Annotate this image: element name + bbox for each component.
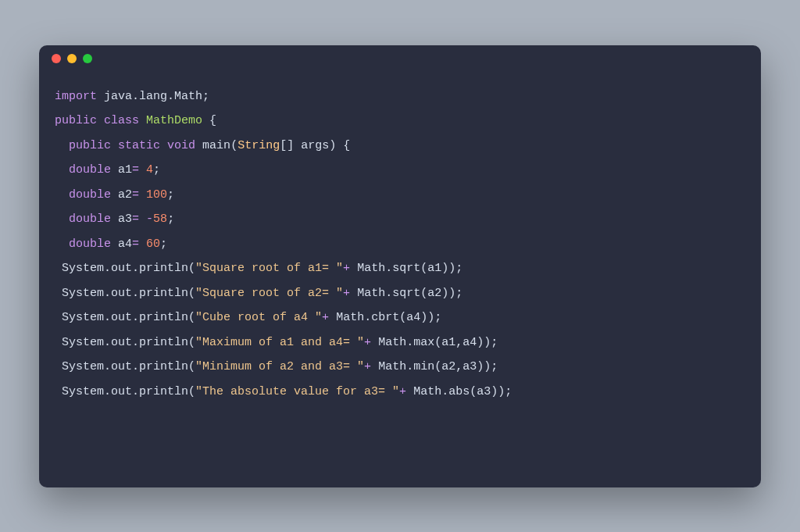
open-paren: ( [434,360,441,373]
math-call: Math.cbrt [336,311,399,324]
semicolon: ; [491,336,498,349]
open-paren: ( [188,336,195,349]
line-10: System.out.println("Cube root of a4 "+ M… [55,311,441,324]
brackets: [] [280,139,294,152]
comma: , [455,360,462,373]
keyword-void: void [167,139,195,152]
line-11: System.out.println("Maximum of a1 and a4… [55,336,498,349]
class-name: MathDemo [146,114,202,127]
close-paren: ) [441,262,448,275]
semicolon: ; [455,262,462,275]
number: 58 [153,212,167,226]
system-out-println: System.out.println [62,262,188,275]
arg: a1 [441,336,455,349]
minimize-icon[interactable] [67,54,77,63]
line-12: System.out.println("Minimum of a2 and a3… [55,360,498,373]
close-paren: ) [477,360,484,373]
string-literal: "Square root of a1= " [195,262,343,275]
close-paren: ) [484,336,491,349]
close-paren: ) [427,311,434,324]
keyword-public: public [55,114,97,127]
arg: a2 [441,360,455,373]
assign-op: = [132,212,139,226]
open-paren: ( [420,262,427,275]
system-out-println: System.out.println [62,336,188,349]
close-paren: ) [448,262,455,275]
semicolon: ; [505,385,512,398]
number: 4 [146,163,153,177]
open-paren: ( [188,287,195,300]
arg: a2 [427,287,441,300]
line-5: double a2= 100; [55,188,174,202]
open-paren: ( [399,311,406,324]
negative-op: - [146,212,153,226]
keyword-public: public [69,139,111,152]
semicolon: ; [491,360,498,373]
plus-op: + [364,336,371,349]
open-brace: { [209,114,216,127]
line-6: double a3= -58; [55,212,174,226]
semicolon: ; [167,212,174,226]
math-call: Math.min [378,360,434,373]
semicolon: ; [153,163,160,177]
plus-op: + [343,287,350,300]
semicolon: ; [160,237,167,251]
arg: a3 [462,360,477,373]
line-9: System.out.println("Square root of a2= "… [55,287,462,300]
open-paren: ( [188,311,195,324]
system-out-println: System.out.println [62,311,188,324]
code-window: import java.lang.Math; public class Math… [39,45,761,487]
string-literal: "Cube root of a4 " [195,311,322,324]
comma: , [455,336,462,349]
type-string: String [238,139,280,152]
code-block: import java.lang.Math; public class Math… [39,72,761,487]
close-paren: ) [448,287,455,300]
keyword-class: class [104,114,139,127]
keyword-double: double [69,163,111,177]
assign-op: = [132,237,139,251]
maximize-icon[interactable] [83,54,92,63]
open-paren: ( [230,139,238,152]
open-paren: ( [470,385,477,398]
close-paren: ) [484,360,491,373]
number: 100 [146,188,167,202]
plus-op: + [343,262,350,275]
system-out-println: System.out.println [62,287,188,300]
open-paren: ( [420,287,427,300]
math-call: Math.sqrt [357,287,420,300]
string-literal: "The absolute value for a3= " [195,385,399,398]
plus-op: + [399,385,406,398]
keyword-static: static [118,139,160,152]
var-a3: a3 [118,212,132,226]
close-icon[interactable] [52,54,61,63]
close-paren: ) [329,139,336,152]
keyword-double: double [69,188,111,202]
param-args: args [301,139,329,152]
math-call: Math.sqrt [357,262,420,275]
plus-op: + [364,360,371,373]
math-call: Math.abs [413,385,470,398]
method-main: main [202,139,230,152]
keyword-double: double [69,212,111,226]
string-literal: "Maximum of a1 and a4= " [195,336,364,349]
line-2: public class MathDemo { [55,114,216,127]
arg: a4 [462,336,477,349]
window-titlebar [39,45,761,72]
close-paren: ) [420,311,427,324]
open-paren: ( [434,336,441,349]
semicolon: ; [434,311,441,324]
plus-op: + [322,311,329,324]
open-paren: ( [188,360,195,373]
line-7: double a4= 60; [55,237,167,251]
line-8: System.out.println("Square root of a1= "… [55,262,462,275]
var-a1: a1 [118,163,132,177]
open-paren: ( [188,385,195,398]
arg: a1 [427,262,441,275]
line-1: import java.lang.Math; [55,90,209,103]
assign-op: = [132,163,139,177]
keyword-import: import [55,90,97,103]
line-3: public static void main(String[] args) { [55,139,350,152]
var-a4: a4 [118,237,132,251]
system-out-println: System.out.println [62,385,188,398]
semicolon: ; [167,188,174,202]
